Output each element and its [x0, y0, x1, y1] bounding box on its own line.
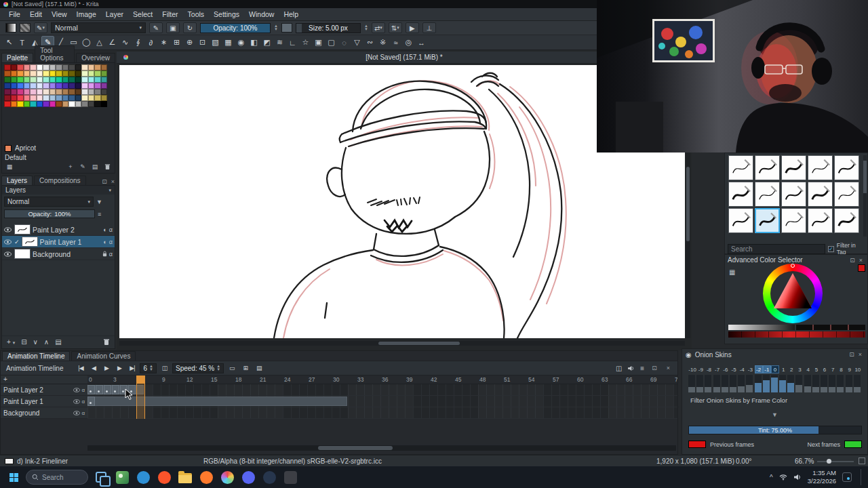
- shade-strip-red[interactable]: [728, 331, 865, 338]
- zoom-tool[interactable]: ◎: [402, 36, 415, 49]
- palette-swatch[interactable]: [56, 77, 62, 83]
- keyframe[interactable]: [87, 385, 95, 394]
- smart-patch-tool[interactable]: ≋: [273, 36, 286, 49]
- brush-preset[interactable]: [834, 155, 859, 180]
- keyframe[interactable]: [112, 385, 119, 394]
- palette-swatch[interactable]: [4, 77, 11, 83]
- text-tool[interactable]: T: [16, 36, 28, 49]
- palette-swatch[interactable]: [88, 77, 95, 83]
- widgets-taskbar-icon[interactable]: [113, 468, 131, 486]
- onion-offset-2[interactable]: 2: [787, 365, 795, 373]
- palette-swatch[interactable]: [11, 101, 18, 107]
- palette-swatch[interactable]: [24, 64, 31, 70]
- onion-offset--4[interactable]: -4: [738, 365, 746, 373]
- palette-swatch[interactable]: [17, 101, 24, 107]
- palette-swatch[interactable]: [43, 70, 50, 77]
- palette-swatch[interactable]: [75, 77, 82, 83]
- palette-swatch[interactable]: [88, 89, 95, 95]
- palette-swatch[interactable]: [30, 70, 37, 77]
- onion-opacity-slider[interactable]: [705, 375, 711, 392]
- palette-swatch[interactable]: [94, 101, 101, 107]
- pan-tool[interactable]: ↔: [415, 36, 428, 49]
- onion-offset-5[interactable]: 5: [812, 365, 821, 373]
- palette-swatch[interactable]: [88, 64, 95, 70]
- palette-swatch[interactable]: [4, 101, 11, 107]
- timeline-layer-paint-layer-2[interactable]: Paint Layer 2α: [1, 384, 87, 396]
- chevron-down-icon[interactable]: ▾: [108, 188, 111, 193]
- onion-opacity-slider[interactable]: [846, 375, 852, 392]
- onion-opacity-slider[interactable]: [713, 375, 720, 392]
- freehand-path-tool[interactable]: ∮: [132, 36, 144, 49]
- palette-swatch[interactable]: [81, 89, 88, 95]
- gradient-tool[interactable]: ▧: [209, 36, 222, 49]
- palette-swatch[interactable]: [17, 89, 24, 95]
- pattern-tool[interactable]: ▦: [222, 36, 235, 49]
- add-layer-button[interactable]: + ▾: [7, 338, 15, 346]
- palette-swatch[interactable]: [37, 70, 43, 77]
- palette-swatch[interactable]: [43, 95, 50, 101]
- mirror-horizontal-button[interactable]: ⇄▾: [372, 22, 385, 33]
- opacity-slider[interactable]: Opacity: 100%: [200, 23, 271, 33]
- brave-browser-taskbar-icon[interactable]: [155, 468, 173, 486]
- onion-offset--3[interactable]: -3: [746, 365, 754, 373]
- palette-swatch[interactable]: [56, 64, 62, 70]
- brush-preset[interactable]: [781, 182, 806, 207]
- file-explorer-taskbar-icon[interactable]: [176, 468, 194, 486]
- enclose-fill-tool[interactable]: ◩: [260, 36, 273, 49]
- palette-swatch[interactable]: [81, 83, 88, 89]
- palette-swatch[interactable]: [75, 83, 82, 89]
- visibility-toggle-icon[interactable]: [4, 227, 12, 232]
- palette-swatch[interactable]: [56, 89, 62, 95]
- brush-preset[interactable]: [728, 155, 753, 180]
- palette-swatch[interactable]: [43, 83, 50, 89]
- shade-strip-gray[interactable]: [728, 325, 795, 330]
- menu-settings[interactable]: Settings: [209, 9, 244, 19]
- brush-preset[interactable]: [781, 155, 806, 180]
- ellipse-tool[interactable]: ◯: [80, 36, 93, 49]
- onion-offset-8[interactable]: 8: [837, 365, 845, 373]
- palette-swatch[interactable]: [62, 70, 69, 77]
- palette-swatch[interactable]: [50, 89, 56, 95]
- visibility-toggle-icon[interactable]: [4, 239, 12, 245]
- keyframe[interactable]: [96, 385, 103, 394]
- palette-swatch[interactable]: [56, 101, 62, 107]
- menu-filter[interactable]: Filter: [157, 9, 182, 19]
- size-slider[interactable]: Size: 5.00 px: [296, 23, 361, 33]
- palette-swatch[interactable]: [81, 101, 88, 107]
- task-view-taskbar-icon[interactable]: [92, 468, 110, 486]
- palette-swatch[interactable]: [37, 101, 43, 107]
- opacity-spin-arrows[interactable]: ▲▼: [274, 24, 278, 31]
- palette-swatch[interactable]: [62, 77, 69, 83]
- palette-swatch[interactable]: [11, 77, 18, 83]
- palette-swatch[interactable]: [81, 70, 88, 77]
- palette-swatch[interactable]: [68, 89, 75, 95]
- onion-offset-9[interactable]: 9: [846, 365, 854, 373]
- show-desktop-button[interactable]: [861, 469, 863, 485]
- delete-layer-button[interactable]: [103, 338, 110, 346]
- palette-swatch[interactable]: [4, 64, 11, 70]
- palette-swatch[interactable]: [56, 83, 62, 89]
- next-frame-button[interactable]: ▶: [113, 363, 125, 373]
- multibrush-tool[interactable]: ∗: [157, 36, 170, 49]
- palette-swatch[interactable]: [101, 89, 108, 95]
- keyframe[interactable]: [87, 396, 95, 406]
- similar-select-tool[interactable]: ≈: [389, 36, 402, 49]
- previous-frames-color-swatch[interactable]: [688, 441, 706, 448]
- add-duplicate-frame-button[interactable]: ⊞: [239, 363, 251, 373]
- brush-preset[interactable]: [728, 182, 753, 207]
- palette-swatch[interactable]: [37, 95, 43, 101]
- timeline-layer-background[interactable]: Backgroundα: [1, 407, 87, 419]
- onion-opacity-slider[interactable]: [771, 375, 778, 392]
- move-tool[interactable]: ⊕: [183, 36, 196, 49]
- mirror-vertical-button[interactable]: ⇅▾: [389, 22, 402, 33]
- reference-images-tool[interactable]: ▣: [312, 36, 325, 49]
- palette-swatch[interactable]: [101, 70, 108, 77]
- palette-swatch[interactable]: [101, 64, 108, 70]
- menu-file[interactable]: File: [4, 9, 25, 19]
- color-sampler-tool[interactable]: ◉: [235, 36, 248, 49]
- palette-swatch[interactable]: [30, 101, 37, 107]
- volume-icon[interactable]: [793, 474, 802, 481]
- palette-swatch[interactable]: [62, 89, 69, 95]
- float-docker-icon[interactable]: ⊡: [650, 365, 659, 371]
- layer-row-paint-layer-1[interactable]: ✓Paint Layer 1◐α: [2, 236, 115, 248]
